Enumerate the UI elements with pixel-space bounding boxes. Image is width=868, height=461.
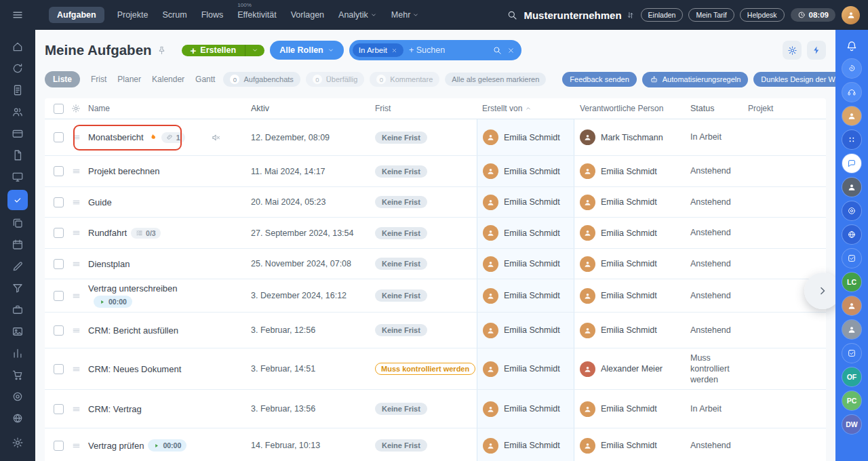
row-drag-handle[interactable] [68,279,84,312]
rail-app-chat[interactable] [842,154,861,173]
task-name[interactable]: CRM: Neues Dokument [88,364,181,374]
person-name[interactable]: Emilia Schmidt [601,259,657,268]
view-tab-gantt[interactable]: Gantt [195,75,215,84]
sidebar-employees[interactable] [7,103,28,121]
company-switcher[interactable]: Musterunternehmen [524,9,634,21]
column-header-verantwortliche-person[interactable]: Verantwortliche Person [574,98,690,119]
person-name[interactable]: Emilia Schmidt [601,441,657,450]
column-header-frist[interactable]: Frist [375,98,477,119]
person-name[interactable]: Emilia Schmidt [504,259,560,268]
deadline-badge[interactable]: Keine Frist [375,289,427,302]
deadline-badge[interactable]: Keine Frist [375,439,427,452]
sidebar-settings[interactable] [7,434,28,452]
sidebar-home[interactable] [7,38,28,56]
topnav-vorlagen[interactable]: Vorlagen [290,7,326,23]
task-row[interactable]: CRM: Neues Dokument3. Februar, 14:51Muss… [45,348,826,390]
person-name[interactable]: Emilia Schmidt [504,364,560,374]
sidebar-sites[interactable] [7,168,28,186]
task-name[interactable]: Rundfahrt [88,228,127,238]
task-name[interactable]: Vertrag unterschreiben [88,283,178,294]
task-name[interactable]: Guide [88,197,112,207]
person-name[interactable]: Emilia Schmidt [601,291,657,300]
select-all-checkbox[interactable] [54,104,64,114]
row-checkbox[interactable] [54,291,64,301]
counter-kommentare[interactable]: 0Kommentare [370,72,439,87]
dunkles-design-der-wissensbasis-button[interactable]: Dunkles Design der Wissensbasis [753,72,835,87]
row-checkbox[interactable] [54,228,64,238]
person-name[interactable]: Emilia Schmidt [601,325,657,335]
sidebar-workgroups[interactable] [7,214,28,232]
deadline-badge[interactable]: Keine Frist [375,165,427,178]
rail-avatar[interactable] [842,106,861,125]
task-row[interactable]: Projekt berechnen11. Mai 2024, 14:17Kein… [45,156,826,187]
view-tab-frist[interactable]: Frist [91,75,106,84]
rail-app-spiral[interactable] [842,59,861,78]
create-task-button[interactable]: +Erstellen [182,45,265,56]
search-icon[interactable] [492,45,502,55]
sidebar-media[interactable] [7,323,28,340]
person-name[interactable]: Emilia Schmidt [601,167,657,176]
settings-button[interactable] [783,41,802,60]
task-row[interactable]: Monatsbericht112. Dezember, 08:09Keine F… [45,119,826,156]
sidebar-tasks[interactable] [7,190,28,210]
rail-avatar[interactable] [842,320,861,339]
rail-app-globe[interactable] [842,225,861,244]
task-row[interactable]: Guide20. Mai 2024, 05:23Keine FristEmili… [45,187,826,218]
row-drag-handle[interactable] [68,428,84,461]
sidebar-company[interactable] [7,301,28,319]
roles-filter-button[interactable]: Alle Rollen [270,41,344,60]
task-row[interactable]: CRM: Bericht ausfüllen3. Februar, 12:56K… [45,313,826,348]
column-header-erstellt-von[interactable]: Erstellt von [477,98,574,119]
feedback-senden-button[interactable]: Feedback senden [562,72,636,87]
deadline-badge[interactable]: Muss kontrolliert werden [375,363,475,375]
notifications-bell[interactable] [846,38,858,54]
person-name[interactable]: Emilia Schmidt [504,404,560,414]
create-dropdown-button[interactable] [245,45,264,56]
person-name[interactable]: Emilia Schmidt [601,197,657,207]
row-drag-handle[interactable] [68,218,84,248]
sidebar-analytics[interactable] [7,344,28,362]
person-name[interactable]: Emilia Schmidt [504,441,560,450]
close-icon[interactable] [391,47,397,54]
row-checkbox[interactable] [54,166,64,176]
topnav-mehr[interactable]: Mehr [390,7,420,23]
row-checkbox[interactable] [54,325,64,336]
attachments-badge[interactable]: 1 [161,132,185,143]
topnav-analytik[interactable]: Analytik [337,7,378,23]
sidebar-shop[interactable] [7,366,28,384]
person-name[interactable]: Emilia Schmidt [504,133,560,142]
rail-app-apps[interactable] [842,130,861,149]
rail-app-headset[interactable] [842,83,861,102]
counter-alle-als-gelesen-markieren[interactable]: Alle als gelesen markieren [445,73,546,86]
checklist-badge[interactable]: 0/3 [131,228,161,239]
rail-avatar-pc[interactable]: PC [842,391,861,410]
sidebar-documents[interactable] [7,146,28,164]
counter-überfällig[interactable]: 0Überfällig [306,72,364,87]
counter-aufgabenchats[interactable]: 0Aufgabenchats [223,72,300,87]
view-tab-kalender[interactable]: Kalender [152,75,184,84]
rail-avatar-of[interactable]: OF [842,367,861,386]
person-name[interactable]: Alexander Meier [601,364,663,374]
helpdesk-button[interactable]: Helpdesk [740,8,785,22]
row-checkbox[interactable] [54,441,64,451]
sidebar-web[interactable] [7,409,28,427]
task-name[interactable]: Dienstplan [88,259,130,269]
boost-button[interactable] [807,41,826,60]
row-checkbox[interactable] [54,364,64,374]
einladen-button[interactable]: Einladen [641,8,684,22]
row-checkbox[interactable] [54,259,64,269]
table-settings[interactable] [68,98,84,119]
task-row[interactable]: Rundfahrt0/327. September 2024, 13:54Kei… [45,218,826,249]
rail-app-checksq[interactable] [842,249,861,268]
topnav-projekte[interactable]: Projekte [116,7,150,23]
task-name[interactable]: Vertrag prüfen [88,441,144,451]
row-drag-handle[interactable] [68,119,84,155]
row-drag-handle[interactable] [68,156,84,186]
sidebar-calendar[interactable] [7,236,28,254]
task-row[interactable]: Vertrag unterschreiben00:003. Dezember 2… [45,279,826,313]
row-checkbox[interactable] [54,132,64,142]
topnav-scrum[interactable]: Scrum [161,7,189,23]
rail-avatar-dw[interactable]: DW [842,415,861,434]
mein-tarif-button[interactable]: Mein Tarif [688,8,734,22]
global-search-button[interactable] [507,9,517,20]
